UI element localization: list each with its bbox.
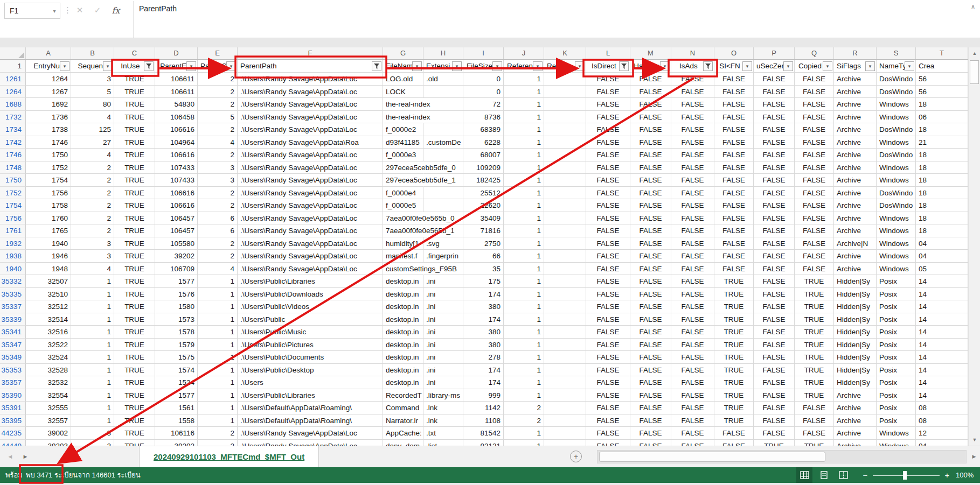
- cell[interactable]: FALSE: [630, 161, 671, 174]
- filter-dropdown-button[interactable]: ▾: [103, 61, 113, 71]
- cell[interactable]: TRUE: [114, 187, 155, 200]
- cell[interactable]: 2: [198, 98, 238, 111]
- cell[interactable]: FALSE: [795, 111, 834, 124]
- cell[interactable]: TRUE: [114, 86, 155, 99]
- cell[interactable]: 104964: [155, 136, 198, 149]
- row-number[interactable]: 35349: [0, 351, 26, 364]
- cell[interactable]: .\Users\Default\AppData\Roaming\: [238, 402, 383, 414]
- cell[interactable]: FALSE: [586, 351, 630, 364]
- cell[interactable]: 2: [198, 123, 238, 136]
- cell[interactable]: [544, 364, 586, 377]
- cell[interactable]: Archive: [834, 212, 877, 225]
- zoom-in-button[interactable]: +: [942, 467, 953, 483]
- cell[interactable]: 1: [504, 187, 544, 200]
- cell[interactable]: TRUE: [795, 288, 834, 301]
- cell[interactable]: FALSE: [795, 136, 834, 149]
- cell[interactable]: FALSE: [630, 376, 671, 389]
- cell[interactable]: FALSE: [754, 351, 795, 364]
- cell[interactable]: 1580: [155, 300, 198, 313]
- cell[interactable]: 1: [198, 414, 238, 427]
- cell[interactable]: 18: [916, 199, 968, 212]
- cell[interactable]: 999: [463, 389, 504, 402]
- cell[interactable]: [544, 237, 586, 250]
- cell[interactable]: FALSE: [714, 237, 754, 250]
- column-letter-T[interactable]: T: [916, 47, 968, 59]
- row-number[interactable]: 1748: [0, 161, 26, 174]
- cell[interactable]: 1: [504, 288, 544, 301]
- cell[interactable]: TRUE: [114, 326, 155, 339]
- cell[interactable]: 35: [463, 263, 504, 276]
- cell[interactable]: TRUE: [114, 351, 155, 364]
- cell[interactable]: FALSE: [714, 111, 754, 124]
- cell[interactable]: 1: [71, 402, 114, 414]
- cell[interactable]: Hidden|Sy: [834, 351, 877, 364]
- cell[interactable]: FALSE: [630, 313, 671, 326]
- cell[interactable]: FALSE: [795, 187, 834, 200]
- column-letter-B[interactable]: B: [71, 47, 114, 59]
- cell[interactable]: 107433: [155, 161, 198, 174]
- filter-dropdown-button[interactable]: ▾: [865, 61, 875, 71]
- cell[interactable]: .\Users\Public\Documents: [238, 351, 383, 364]
- cell[interactable]: Windows: [877, 174, 916, 187]
- cell[interactable]: [544, 161, 586, 174]
- cell[interactable]: 18: [916, 224, 968, 237]
- cell[interactable]: .customDe: [423, 136, 463, 149]
- cell[interactable]: FALSE: [714, 250, 754, 263]
- cell[interactable]: TRUE: [714, 414, 754, 427]
- cell[interactable]: 1: [198, 313, 238, 326]
- cell[interactable]: .\Users\Randy Savage\AppData\Loc: [238, 123, 383, 136]
- vertical-scrollbar[interactable]: ▲ ▼: [968, 47, 980, 446]
- cell[interactable]: FALSE: [754, 263, 795, 276]
- cell[interactable]: 56: [916, 86, 968, 99]
- cell[interactable]: 1: [504, 149, 544, 161]
- cell[interactable]: 1: [504, 313, 544, 326]
- cell[interactable]: DosWindo: [877, 123, 916, 136]
- cell[interactable]: 2: [71, 212, 114, 225]
- select-all-corner[interactable]: [0, 47, 26, 59]
- cell[interactable]: AppCache:: [383, 427, 423, 440]
- cell[interactable]: FALSE: [671, 263, 714, 276]
- cell[interactable]: 21: [916, 136, 968, 149]
- cell[interactable]: Narrator.lr: [383, 414, 423, 427]
- zoom-slider-thumb[interactable]: [903, 471, 907, 480]
- insert-function-button[interactable]: fx: [108, 3, 124, 18]
- header-cell-D[interactable]: ParentE▾: [155, 60, 198, 73]
- cell[interactable]: 04: [916, 237, 968, 250]
- cell[interactable]: 04: [916, 250, 968, 263]
- cell[interactable]: 1: [504, 326, 544, 339]
- cell[interactable]: FALSE: [630, 136, 671, 149]
- cell[interactable]: 7aea00f0fe0e565b_1: [383, 224, 423, 237]
- header-cell-C[interactable]: InUse: [114, 60, 155, 73]
- cell[interactable]: TRUE: [114, 313, 155, 326]
- cell[interactable]: 6228: [463, 136, 504, 149]
- cell[interactable]: RecordedT: [383, 389, 423, 402]
- cell[interactable]: FALSE: [754, 136, 795, 149]
- cell[interactable]: FALSE: [714, 212, 754, 225]
- cell[interactable]: 32524: [26, 351, 71, 364]
- cell[interactable]: TRUE: [114, 275, 155, 288]
- cell[interactable]: FALSE: [754, 326, 795, 339]
- column-letter-A[interactable]: A: [26, 47, 71, 59]
- cell[interactable]: TRUE: [114, 174, 155, 187]
- cell[interactable]: 1: [71, 288, 114, 301]
- cell[interactable]: TRUE: [114, 389, 155, 402]
- cell[interactable]: FALSE: [754, 149, 795, 161]
- cell[interactable]: FALSE: [671, 199, 714, 212]
- cell[interactable]: Posix: [877, 402, 916, 414]
- cell[interactable]: .\Users\Randy Savage\AppData\Loc: [238, 98, 383, 111]
- cell[interactable]: FALSE: [714, 98, 754, 111]
- cell[interactable]: TRUE: [114, 161, 155, 174]
- cell[interactable]: FALSE: [754, 174, 795, 187]
- cell[interactable]: TRUE: [795, 339, 834, 352]
- cell[interactable]: 1: [198, 351, 238, 364]
- cell[interactable]: FALSE: [671, 288, 714, 301]
- cell[interactable]: FALSE: [714, 199, 754, 212]
- cell[interactable]: 1940: [26, 237, 71, 250]
- cell[interactable]: FALSE: [754, 98, 795, 111]
- cell[interactable]: 66: [463, 250, 504, 263]
- cell[interactable]: Archive: [834, 111, 877, 124]
- cell[interactable]: TRUE: [714, 351, 754, 364]
- column-letter-O[interactable]: O: [714, 47, 754, 59]
- cell[interactable]: .\Users\Public\Libraries: [238, 389, 383, 402]
- add-sheet-button[interactable]: +: [570, 451, 582, 462]
